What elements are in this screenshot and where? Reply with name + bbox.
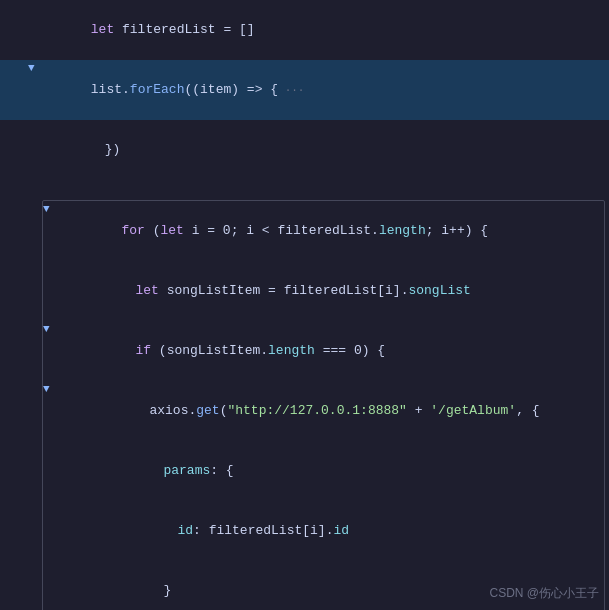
fold-arrow-for[interactable]: ▼ (43, 201, 57, 215)
code-line-3: }) (0, 120, 609, 180)
watermark: CSDN @伤心小王子 (489, 585, 599, 602)
fold-arrow-2[interactable]: ▼ (28, 60, 42, 74)
line-content-3: }) (42, 120, 609, 180)
line-content-for: for (let i = 0; i < filteredList.length;… (57, 201, 604, 261)
code-line-let-song: let songListItem = filteredList[i].songL… (43, 261, 604, 321)
line-number-3 (0, 120, 28, 121)
code-block: ▼ for (let i = 0; i < filteredList.lengt… (42, 200, 605, 610)
fold-arrow-3 (28, 120, 42, 122)
code-line-for: ▼ for (let i = 0; i < filteredList.lengt… (43, 201, 604, 261)
fold-arrow-axios[interactable]: ▼ (43, 381, 57, 395)
code-editor: let filteredList = [] ▼ list.forEach((it… (0, 0, 609, 610)
fold-arrow-empty (43, 261, 57, 263)
code-line-id: id: filteredList[i].id (43, 501, 604, 561)
keyword-let: let (91, 22, 114, 37)
line-content-1: let filteredList = [] (42, 0, 609, 60)
code-line-axios: ▼ axios.get("http://127.0.0.1:8888" + '/… (43, 381, 604, 441)
fold-arrow-empty2 (43, 441, 57, 443)
code-text: }) (105, 142, 121, 157)
code-line-if: ▼ if (songListItem.length === 0) { (43, 321, 604, 381)
code-text: ((item) => { (184, 82, 278, 97)
line-content-2: list.forEach((item) => { ··· (42, 60, 609, 120)
code-line-1: let filteredList = [] (0, 0, 609, 60)
fold-arrow-if[interactable]: ▼ (43, 321, 57, 335)
code-line-params: params: { (43, 441, 604, 501)
collapsed-dots: ··· (278, 84, 304, 96)
fold-arrow-1[interactable] (28, 0, 42, 2)
code-line-space (0, 180, 609, 200)
method-forEach: forEach (130, 82, 185, 97)
code-line-2: ▼ list.forEach((item) => { ··· (0, 60, 609, 120)
code-text: filteredList = [] (114, 22, 254, 37)
line-number-1 (0, 0, 28, 1)
line-number-2 (0, 60, 28, 61)
fold-arrow-empty3 (43, 501, 57, 503)
keyword-for: for (121, 223, 144, 238)
code-text: list. (91, 82, 130, 97)
